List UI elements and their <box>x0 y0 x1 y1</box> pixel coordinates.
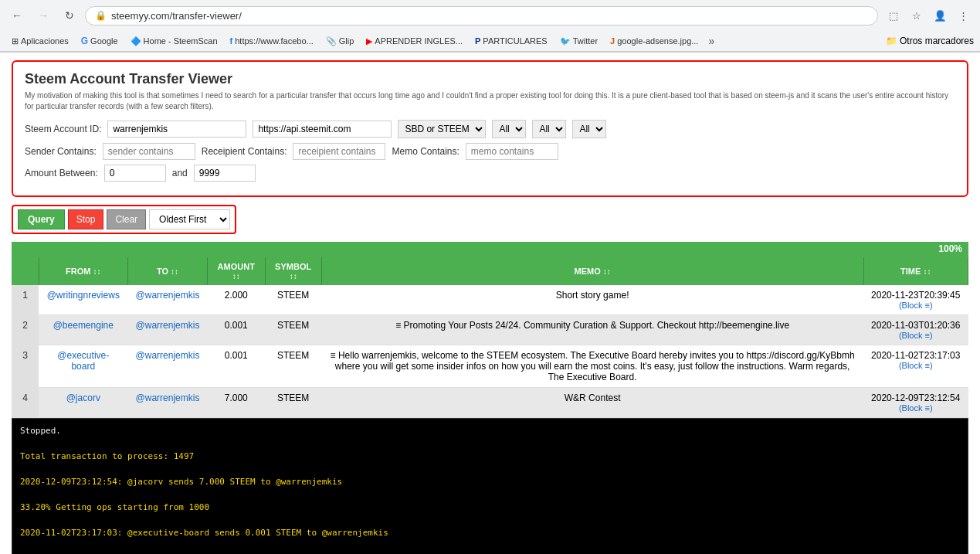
symbol-cell: STEEM <box>265 388 321 418</box>
from-sort-icon[interactable]: ↕↕ <box>93 267 101 276</box>
amount-cell: 2.000 <box>207 285 265 315</box>
filter-select-3[interactable]: All <box>572 120 606 138</box>
amount-sort-icon[interactable]: ↕↕ <box>232 272 240 280</box>
from-cell: @jacorv <box>39 388 128 418</box>
steemscan-icon: 🔷 <box>131 36 141 46</box>
from-link[interactable]: @executive-board <box>57 350 109 372</box>
time-cell: 2020-11-03T01:20:36(Block ≡) <box>863 315 968 345</box>
sender-contains-input[interactable] <box>103 143 195 160</box>
to-cell: @warrenjemkis <box>128 285 208 315</box>
order-select[interactable]: Oldest First Newest First <box>149 209 230 229</box>
from-cell: @writingnreviews <box>39 285 128 315</box>
from-link[interactable]: @jacorv <box>66 393 100 403</box>
bookmark-adsense[interactable]: J google-adsense.jpg... <box>605 35 704 47</box>
address-bar[interactable]: 🔒 steemyy.com/transfer-viewer/ <box>85 6 878 25</box>
cast-button[interactable]: ⬚ <box>883 5 904 26</box>
amount-from-input[interactable] <box>104 165 166 182</box>
stop-button[interactable]: Stop <box>68 209 104 229</box>
results-table: FROM ↕↕ TO ↕↕ AMOUNT ↕↕ SYMBOL ↕↕ MEMO ↕… <box>12 257 968 418</box>
youtube-icon: ▶ <box>366 36 372 46</box>
memo-sort-icon[interactable]: ↕↕ <box>603 267 611 276</box>
clear-button[interactable]: Clear <box>107 209 146 229</box>
block-link[interactable]: (Block ≡) <box>871 361 960 370</box>
bookmark-google[interactable]: G Google <box>76 34 124 48</box>
memo-cell: Short story game! <box>321 285 863 315</box>
memo-cell: ≡ Hello warrenjemkis, welcome to the STE… <box>321 345 863 388</box>
twitter-icon: 🐦 <box>560 36 571 46</box>
menu-button[interactable]: ⋮ <box>952 5 974 26</box>
from-link[interactable]: @beemengine <box>53 320 114 331</box>
row-num-cell: 1 <box>12 285 39 315</box>
otros-marcadores-item[interactable]: 📁 Otros marcadores <box>886 36 974 46</box>
amount-cell: 0.001 <box>207 315 265 345</box>
account-id-input[interactable] <box>107 121 246 138</box>
browser-chrome: ← → ↻ 🔒 steemyy.com/transfer-viewer/ ⬚ ☆… <box>0 0 980 53</box>
forward-button[interactable]: → <box>32 5 54 26</box>
star-button[interactable]: ☆ <box>906 5 927 26</box>
row-num-cell: 3 <box>12 345 39 388</box>
to-cell: @warrenjemkis <box>128 315 208 345</box>
table-row: 2 @beemengine @warrenjemkis 0.001 STEEM … <box>12 315 968 345</box>
app-description: My motivation of making this tool is tha… <box>25 90 955 112</box>
time-sort-icon[interactable]: ↕↕ <box>923 267 931 276</box>
to-link[interactable]: @warrenjemkis <box>136 290 200 301</box>
symbol-header: SYMBOL ↕↕ <box>265 257 321 285</box>
recipient-contains-input[interactable] <box>293 143 385 160</box>
profile-button[interactable]: 👤 <box>929 5 951 26</box>
browser-actions: ⬚ ☆ 👤 ⋮ <box>883 5 974 26</box>
to-cell: @warrenjemkis <box>128 345 208 388</box>
adsense-icon: J <box>610 36 615 46</box>
table-header: FROM ↕↕ TO ↕↕ AMOUNT ↕↕ SYMBOL ↕↕ MEMO ↕… <box>12 257 968 285</box>
to-sort-icon[interactable]: ↕↕ <box>171 267 178 276</box>
row-num-header <box>12 257 39 285</box>
to-link[interactable]: @warrenjemkis <box>136 350 200 361</box>
account-id-row: Steem Account ID: SBD or STEEM All SBD S… <box>25 120 955 138</box>
bookmark-aplicaciones[interactable]: ⊞ Aplicaciones <box>6 35 74 48</box>
glip-icon: 📎 <box>326 36 337 46</box>
bookmarks-more-button[interactable]: » <box>705 33 717 49</box>
particulares-icon: P <box>475 36 480 46</box>
amount-to-input[interactable] <box>194 165 256 182</box>
bookmark-steemscan[interactable]: 🔷 Home - SteemScan <box>125 35 223 48</box>
reload-button[interactable]: ↻ <box>59 5 80 26</box>
amount-between-label: Amount Between: <box>25 168 98 178</box>
block-link[interactable]: (Block ≡) <box>871 301 960 310</box>
filter-select-2[interactable]: All <box>532 120 566 138</box>
filter-select-1[interactable]: All <box>492 120 526 138</box>
to-link[interactable]: @warrenjemkis <box>136 320 200 331</box>
table-body: 1 @writingnreviews @warrenjemkis 2.000 S… <box>12 285 968 418</box>
bookmark-glip[interactable]: 📎 Glip <box>320 35 360 48</box>
table-row: 3 @executive-board @warrenjemkis 0.001 S… <box>12 345 968 388</box>
bookmark-particulares[interactable]: P PARTICULARES <box>470 35 553 47</box>
block-link[interactable]: (Block ≡) <box>871 403 960 413</box>
back-button[interactable]: ← <box>6 5 28 26</box>
bookmark-facebook[interactable]: f https://www.facebo... <box>225 35 319 47</box>
amount-and-label: and <box>172 168 188 178</box>
symbol-sort-icon[interactable]: ↕↕ <box>290 272 297 280</box>
facebook-icon: f <box>230 36 233 46</box>
account-id-label: Steem Account ID: <box>25 124 101 134</box>
block-link[interactable]: (Block ≡) <box>871 331 960 340</box>
from-link[interactable]: @writingnreviews <box>47 290 120 301</box>
progress-bar-label: 100% <box>938 243 962 254</box>
to-cell: @warrenjemkis <box>128 388 208 418</box>
memo-contains-input[interactable] <box>466 143 558 160</box>
from-cell: @executive-board <box>39 345 128 388</box>
sender-contains-label: Sender Contains: <box>25 146 97 157</box>
recipient-contains-label: Receipient Contains: <box>202 146 287 157</box>
api-url-input[interactable] <box>253 121 392 138</box>
query-button[interactable]: Query <box>18 209 65 229</box>
apps-icon: ⊞ <box>12 36 19 46</box>
to-link[interactable]: @warrenjemkis <box>136 393 200 403</box>
row-num-cell: 4 <box>12 388 39 418</box>
amount-row: Amount Between: and <box>25 165 955 182</box>
time-header: TIME ↕↕ <box>863 257 968 285</box>
bookmark-twitter[interactable]: 🐦 Twitter <box>554 35 603 48</box>
symbol-cell: STEEM <box>265 285 321 315</box>
console-output: Stopped.Total transaction to process: 14… <box>12 418 968 554</box>
type-select[interactable]: SBD or STEEM All SBD STEEM <box>398 120 486 138</box>
console-line: Stopped. <box>20 425 960 438</box>
bookmark-ingles[interactable]: ▶ APRENDER INGLES... <box>361 35 468 48</box>
otros-marcadores-icon: 📁 <box>886 36 897 46</box>
amount-header: AMOUNT ↕↕ <box>207 257 265 285</box>
